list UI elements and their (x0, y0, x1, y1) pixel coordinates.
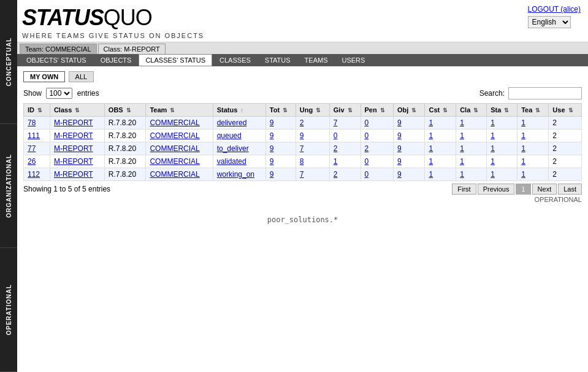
cla-link[interactable]: 1 (460, 144, 464, 153)
col-team[interactable]: Team ⇅ (146, 104, 213, 117)
col-sta[interactable]: Sta ⇅ (487, 104, 517, 117)
giv-link[interactable]: 2 (334, 170, 338, 179)
all-button[interactable]: ALL (69, 71, 94, 82)
sta-link[interactable]: 1 (491, 131, 495, 140)
tab-objects[interactable]: OBJECTS (94, 54, 139, 66)
team-link[interactable]: COMMERCIAL (150, 170, 199, 179)
team-link[interactable]: COMMERCIAL (150, 118, 199, 127)
cla-link[interactable]: 1 (460, 170, 464, 179)
obj-link[interactable]: 9 (397, 118, 402, 127)
tea-link[interactable]: 1 (521, 144, 525, 153)
class-link[interactable]: M-REPORT (54, 144, 93, 153)
cst-link[interactable]: 1 (429, 131, 433, 140)
col-tea[interactable]: Tea ⇅ (517, 104, 549, 117)
class-link[interactable]: M-REPORT (54, 170, 93, 179)
sta-link[interactable]: 1 (491, 170, 495, 179)
cla-link[interactable]: 1 (460, 118, 464, 127)
team-link[interactable]: COMMERCIAL (150, 144, 199, 153)
tot-link[interactable]: 9 (270, 131, 274, 140)
tot-link[interactable]: 9 (270, 144, 274, 153)
team-link[interactable]: COMMERCIAL (150, 157, 199, 166)
tot-link[interactable]: 9 (270, 157, 274, 166)
col-giv[interactable]: Giv ⇅ (329, 104, 361, 117)
col-cla[interactable]: Cla ⇅ (456, 104, 487, 117)
ung-link[interactable]: 2 (300, 118, 304, 127)
tab-classes-status[interactable]: CLASSES' STATUS (139, 54, 212, 66)
obj-link[interactable]: 9 (397, 157, 402, 166)
current-page-button[interactable]: 1 (516, 184, 530, 195)
col-obs[interactable]: OBS ⇅ (104, 104, 146, 117)
tea-link[interactable]: 1 (521, 118, 525, 127)
tab-classes[interactable]: CLASSES (213, 54, 258, 66)
id-link[interactable]: 77 (28, 144, 36, 153)
tab-teams[interactable]: TEAMS (298, 54, 335, 66)
tab-status[interactable]: STATUS (258, 54, 297, 66)
team-tab[interactable]: Team: COMMERCIAL (20, 44, 97, 54)
giv-link[interactable]: 2 (334, 144, 338, 153)
col-obj[interactable]: Obj ⇅ (394, 104, 425, 117)
col-tot[interactable]: Tot ⇅ (265, 104, 296, 117)
obj-link[interactable]: 9 (397, 131, 402, 140)
sta-link[interactable]: 1 (491, 157, 495, 166)
giv-link[interactable]: 0 (334, 131, 338, 140)
id-link[interactable]: 78 (28, 118, 36, 127)
search-input[interactable] (508, 87, 582, 99)
obj-link[interactable]: 9 (397, 144, 402, 153)
ung-link[interactable]: 7 (300, 144, 304, 153)
cst-link[interactable]: 1 (429, 144, 433, 153)
my-own-button[interactable]: MY OWN (23, 71, 65, 82)
pen-link[interactable]: 0 (365, 170, 369, 179)
cla-link[interactable]: 1 (460, 131, 464, 140)
tot-link[interactable]: 9 (270, 170, 274, 179)
sta-link[interactable]: 1 (491, 118, 495, 127)
previous-page-button[interactable]: Previous (478, 184, 515, 195)
status-link[interactable]: to_deliver (217, 144, 249, 153)
col-cst[interactable]: Cst ⇅ (425, 104, 456, 117)
col-pen[interactable]: Pen ⇅ (361, 104, 394, 117)
tea-link[interactable]: 1 (521, 131, 525, 140)
pen-link[interactable]: 0 (365, 157, 369, 166)
pen-link[interactable]: 0 (365, 118, 369, 127)
pen-link[interactable]: 2 (365, 144, 369, 153)
next-page-button[interactable]: Next (532, 184, 557, 195)
col-ung[interactable]: Ung ⇅ (296, 104, 329, 117)
entries-select[interactable]: 10 25 50 100 (46, 88, 72, 99)
logout-link[interactable]: LOGOUT (alice) (528, 5, 581, 14)
tab-users[interactable]: USERS (335, 54, 372, 66)
class-link[interactable]: M-REPORT (54, 131, 93, 140)
sta-link[interactable]: 1 (491, 144, 495, 153)
col-class[interactable]: Class ⇅ (50, 104, 104, 117)
first-page-button[interactable]: First (452, 184, 476, 195)
cst-link[interactable]: 1 (429, 170, 433, 179)
id-link[interactable]: 112 (28, 170, 40, 179)
last-page-button[interactable]: Last (558, 184, 582, 195)
class-link[interactable]: M-REPORT (54, 157, 93, 166)
id-link[interactable]: 26 (28, 157, 36, 166)
class-link[interactable]: M-REPORT (54, 118, 93, 127)
tea-link[interactable]: 1 (521, 170, 525, 179)
tot-link[interactable]: 9 (270, 118, 274, 127)
ung-link[interactable]: 9 (300, 131, 304, 140)
status-link[interactable]: validated (217, 157, 246, 166)
id-link[interactable]: 111 (28, 131, 40, 140)
status-link[interactable]: working_on (217, 170, 254, 179)
language-select[interactable]: English French Spanish (528, 16, 571, 28)
giv-link[interactable]: 7 (334, 118, 338, 127)
col-id[interactable]: ID ⇅ (24, 104, 50, 117)
obj-link[interactable]: 9 (397, 170, 402, 179)
col-use[interactable]: Use ⇅ (549, 104, 582, 117)
status-link[interactable]: queued (217, 131, 242, 140)
ung-link[interactable]: 8 (300, 157, 304, 166)
ung-link[interactable]: 7 (300, 170, 304, 179)
cst-link[interactable]: 1 (429, 118, 433, 127)
tea-link[interactable]: 1 (521, 157, 525, 166)
team-link[interactable]: COMMERCIAL (150, 131, 199, 140)
col-status[interactable]: Status ↑ (213, 104, 265, 117)
pen-link[interactable]: 0 (365, 131, 369, 140)
class-tab[interactable]: Class: M-REPORT (98, 44, 166, 54)
cst-link[interactable]: 1 (429, 157, 433, 166)
status-link[interactable]: delivered (217, 118, 247, 127)
giv-link[interactable]: 1 (334, 157, 338, 166)
tab-objects-status[interactable]: OBJECTS' STATUS (20, 54, 93, 66)
cla-link[interactable]: 1 (460, 157, 464, 166)
